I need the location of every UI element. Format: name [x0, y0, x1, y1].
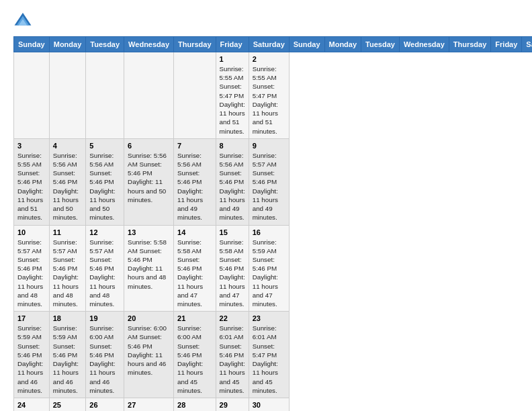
day-number: 20 — [128, 314, 170, 322]
weekday-sunday: Sunday — [289, 37, 324, 52]
day-info: Sunrise: 5:57 AM Sunset: 5:46 PM Dayligh… — [89, 238, 120, 309]
day-number: 3 — [17, 142, 46, 150]
calendar-cell: 3Sunrise: 5:55 AM Sunset: 5:46 PM Daylig… — [14, 138, 50, 225]
weekday-wednesday: Wednesday — [124, 37, 174, 52]
weekday-saturday: Saturday — [249, 37, 289, 52]
day-number: 22 — [220, 314, 245, 322]
calendar-cell: 7Sunrise: 5:56 AM Sunset: 5:46 PM Daylig… — [174, 138, 216, 225]
calendar-cell: 18Sunrise: 5:59 AM Sunset: 5:46 PM Dayli… — [49, 312, 86, 398]
calendar-cell: 22Sunrise: 6:01 AM Sunset: 5:46 PM Dayli… — [216, 312, 249, 398]
day-info: Sunrise: 5:57 AM Sunset: 5:46 PM Dayligh… — [253, 151, 285, 222]
calendar-cell: 12Sunrise: 5:57 AM Sunset: 5:46 PM Dayli… — [86, 225, 124, 312]
calendar-cell: 23Sunrise: 6:01 AM Sunset: 5:47 PM Dayli… — [249, 312, 289, 398]
weekday-header-row: SundayMondayTuesdayWednesdayThursdayFrid… — [14, 37, 533, 52]
calendar-cell — [14, 52, 50, 139]
calendar-week-4: 17Sunrise: 5:59 AM Sunset: 5:46 PM Dayli… — [14, 312, 533, 398]
day-number: 24 — [17, 401, 46, 409]
day-info: Sunrise: 6:00 AM Sunset: 5:46 PM Dayligh… — [177, 324, 212, 395]
weekday-sunday: Sunday — [14, 37, 50, 52]
weekday-monday: Monday — [49, 37, 86, 52]
day-number: 9 — [253, 142, 285, 150]
calendar-cell: 9Sunrise: 5:57 AM Sunset: 5:46 PM Daylig… — [249, 138, 289, 225]
day-number: 26 — [89, 401, 120, 409]
day-number: 10 — [17, 228, 46, 236]
day-info: Sunrise: 5:56 AM Sunset: 5:46 PM Dayligh… — [89, 151, 120, 222]
day-info: Sunrise: 5:59 AM Sunset: 5:46 PM Dayligh… — [53, 324, 83, 395]
calendar-cell — [174, 52, 216, 139]
day-number: 18 — [53, 314, 83, 322]
day-number: 25 — [53, 401, 83, 409]
day-info: Sunrise: 5:56 AM Sunset: 5:46 PM Dayligh… — [220, 151, 245, 222]
calendar-cell: 26Sunrise: 6:02 AM Sunset: 5:47 PM Dayli… — [86, 398, 124, 412]
day-info: Sunrise: 5:56 AM Sunset: 5:46 PM Dayligh… — [177, 151, 212, 222]
day-info: Sunrise: 5:58 AM Sunset: 5:46 PM Dayligh… — [220, 238, 245, 309]
day-number: 30 — [253, 401, 285, 409]
calendar-week-1: 1Sunrise: 5:55 AM Sunset: 5:47 PM Daylig… — [14, 52, 533, 139]
day-number: 6 — [128, 142, 170, 150]
calendar-cell: 29Sunrise: 6:04 AM Sunset: 5:48 PM Dayli… — [216, 398, 249, 412]
calendar-cell: 5Sunrise: 5:56 AM Sunset: 5:46 PM Daylig… — [86, 138, 124, 225]
calendar-cell: 13Sunrise: 5:58 AM Sunset: 5:46 PM Dayli… — [124, 225, 174, 312]
day-number: 7 — [177, 142, 212, 150]
day-info: Sunrise: 5:55 AM Sunset: 5:47 PM Dayligh… — [220, 64, 245, 136]
calendar-cell: 14Sunrise: 5:58 AM Sunset: 5:46 PM Dayli… — [174, 225, 216, 312]
calendar-cell: 17Sunrise: 5:59 AM Sunset: 5:46 PM Dayli… — [14, 312, 50, 398]
calendar-cell: 20Sunrise: 6:00 AM Sunset: 5:46 PM Dayli… — [124, 312, 174, 398]
weekday-tuesday: Tuesday — [361, 37, 400, 52]
calendar-cell: 21Sunrise: 6:00 AM Sunset: 5:46 PM Dayli… — [174, 312, 216, 398]
page: SundayMondayTuesdayWednesdayThursdayFrid… — [0, 0, 532, 411]
day-number: 21 — [177, 314, 212, 322]
day-info: Sunrise: 5:58 AM Sunset: 5:46 PM Dayligh… — [177, 238, 212, 309]
calendar-week-5: 24Sunrise: 6:01 AM Sunset: 5:47 PM Dayli… — [14, 398, 533, 412]
day-info: Sunrise: 5:58 AM Sunset: 5:46 PM Dayligh… — [128, 238, 170, 291]
weekday-thursday: Thursday — [174, 37, 216, 52]
day-info: Sunrise: 5:59 AM Sunset: 5:46 PM Dayligh… — [253, 238, 285, 309]
calendar-cell: 6Sunrise: 5:56 AM Sunset: 5:46 PM Daylig… — [124, 138, 174, 225]
day-number: 27 — [128, 401, 170, 409]
weekday-wednesday: Wednesday — [399, 37, 449, 52]
calendar-table: SundayMondayTuesdayWednesdayThursdayFrid… — [13, 36, 532, 411]
day-number: 13 — [128, 228, 170, 236]
calendar-cell: 2Sunrise: 5:55 AM Sunset: 5:47 PM Daylig… — [249, 52, 289, 139]
weekday-friday: Friday — [491, 37, 522, 52]
calendar-cell: 28Sunrise: 6:03 AM Sunset: 5:48 PM Dayli… — [174, 398, 216, 412]
calendar-cell — [124, 52, 174, 139]
day-info: Sunrise: 6:01 AM Sunset: 5:47 PM Dayligh… — [253, 324, 285, 395]
weekday-saturday: Saturday — [522, 37, 532, 52]
day-number: 5 — [89, 142, 120, 150]
calendar-cell: 4Sunrise: 5:56 AM Sunset: 5:46 PM Daylig… — [49, 138, 86, 225]
calendar-cell: 8Sunrise: 5:56 AM Sunset: 5:46 PM Daylig… — [216, 138, 249, 225]
calendar-cell — [86, 52, 124, 139]
day-number: 15 — [220, 228, 245, 236]
day-number: 19 — [89, 314, 120, 322]
weekday-thursday: Thursday — [449, 37, 491, 52]
weekday-friday: Friday — [216, 37, 249, 52]
logo-icon — [13, 11, 32, 30]
calendar-cell: 19Sunrise: 6:00 AM Sunset: 5:46 PM Dayli… — [86, 312, 124, 398]
header — [13, 11, 519, 30]
day-number: 4 — [53, 142, 83, 150]
day-info: Sunrise: 6:00 AM Sunset: 5:46 PM Dayligh… — [89, 324, 120, 395]
calendar-cell: 24Sunrise: 6:01 AM Sunset: 5:47 PM Dayli… — [14, 398, 50, 412]
day-info: Sunrise: 5:57 AM Sunset: 5:46 PM Dayligh… — [53, 238, 83, 309]
day-info: Sunrise: 5:55 AM Sunset: 5:47 PM Dayligh… — [253, 64, 285, 136]
day-number: 12 — [89, 228, 120, 236]
calendar-cell: 1Sunrise: 5:55 AM Sunset: 5:47 PM Daylig… — [216, 52, 249, 139]
weekday-tuesday: Tuesday — [86, 37, 124, 52]
day-number: 14 — [177, 228, 212, 236]
calendar-week-3: 10Sunrise: 5:57 AM Sunset: 5:46 PM Dayli… — [14, 225, 533, 312]
calendar-cell: 16Sunrise: 5:59 AM Sunset: 5:46 PM Dayli… — [249, 225, 289, 312]
day-number: 8 — [220, 142, 245, 150]
day-number: 16 — [253, 228, 285, 236]
weekday-monday: Monday — [324, 37, 361, 52]
day-number: 17 — [17, 314, 46, 322]
calendar-cell: 30Sunrise: 6:04 AM Sunset: 5:48 PM Dayli… — [249, 398, 289, 412]
day-info: Sunrise: 5:56 AM Sunset: 5:46 PM Dayligh… — [53, 151, 83, 222]
day-info: Sunrise: 5:55 AM Sunset: 5:46 PM Dayligh… — [17, 151, 46, 222]
day-number: 1 — [220, 55, 245, 63]
calendar-week-2: 3Sunrise: 5:55 AM Sunset: 5:46 PM Daylig… — [14, 138, 533, 225]
day-info: Sunrise: 6:01 AM Sunset: 5:46 PM Dayligh… — [220, 324, 245, 395]
calendar-cell: 25Sunrise: 6:02 AM Sunset: 5:47 PM Dayli… — [49, 398, 86, 412]
day-info: Sunrise: 6:00 AM Sunset: 5:46 PM Dayligh… — [128, 324, 170, 377]
calendar-cell: 11Sunrise: 5:57 AM Sunset: 5:46 PM Dayli… — [49, 225, 86, 312]
